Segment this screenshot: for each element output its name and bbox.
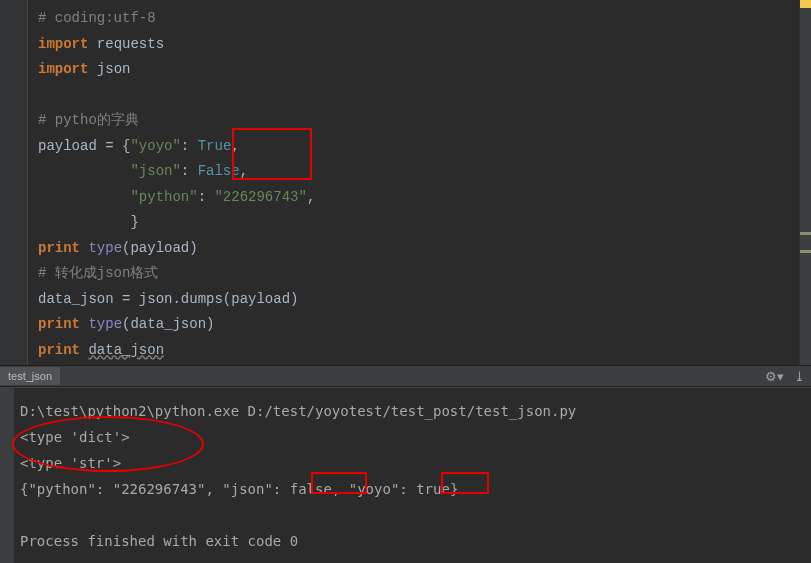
comment: # 转化成json格式 (38, 265, 158, 281)
scrollbar-mark (800, 250, 811, 253)
variable: data_json (88, 342, 164, 358)
keyword-print: print (38, 240, 80, 256)
download-icon[interactable]: ⤓ (794, 369, 805, 384)
string-key: "yoyo" (130, 138, 180, 154)
comment: # pytho的字典 (38, 112, 139, 128)
editor-gutter (0, 0, 28, 365)
variable: data_json (38, 291, 122, 307)
run-console: D:\test\python2\python.exe D:/test/yoyot… (0, 387, 811, 563)
console-command: D:\test\python2\python.exe D:/test/yoyot… (20, 403, 576, 419)
console-line: <type 'str'> (20, 455, 121, 471)
keyword-import: import (38, 36, 88, 52)
console-line: {"python": "226296743", "json": (20, 481, 290, 497)
gear-icon[interactable]: ⚙︎▾ (765, 369, 784, 384)
brace: { (114, 138, 131, 154)
editor-content[interactable]: # coding:utf-8 import requests import js… (28, 0, 799, 365)
editor-scrollbar[interactable] (799, 0, 811, 365)
string-key: "python" (130, 189, 197, 205)
console-line: <type 'dict'> (20, 429, 130, 445)
console-tabbar: test_json ⚙︎▾ ⤓ (0, 365, 811, 387)
builtin-type: type (88, 240, 122, 256)
bool-false: False (198, 163, 240, 179)
console-exit: Process finished with exit code 0 (20, 533, 298, 549)
bool-true: True (198, 138, 232, 154)
keyword-print: print (38, 342, 80, 358)
code-editor[interactable]: # coding:utf-8 import requests import js… (0, 0, 811, 365)
module-name: requests (88, 36, 164, 52)
console-tab[interactable]: test_json (0, 367, 60, 385)
variable: payload (38, 138, 105, 154)
string-value: "226296743" (214, 189, 306, 205)
json-true: true (416, 481, 450, 497)
brace: } (38, 214, 139, 230)
console-output[interactable]: D:\test\python2\python.exe D:/test/yoyot… (14, 388, 811, 563)
keyword-print: print (38, 316, 80, 332)
string-key: "json" (130, 163, 180, 179)
json-false: false (290, 481, 332, 497)
keyword-import: import (38, 61, 88, 77)
scrollbar-mark (800, 232, 811, 235)
module-name: json (88, 61, 130, 77)
builtin-type: type (88, 316, 122, 332)
scrollbar-warning-mark (800, 0, 811, 8)
comment: # coding:utf-8 (38, 10, 156, 26)
console-gutter (0, 388, 14, 563)
operator: = (105, 138, 113, 154)
